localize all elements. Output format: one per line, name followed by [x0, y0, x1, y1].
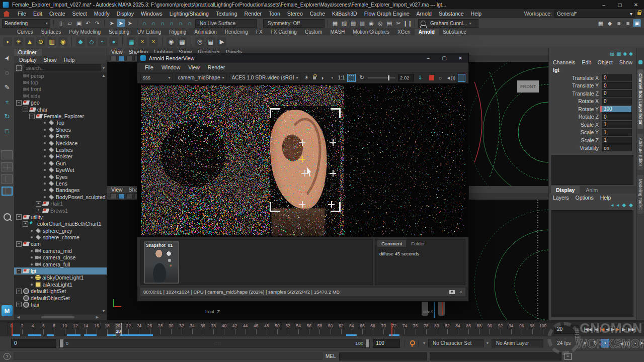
scrollbar-thumb[interactable] — [41, 316, 74, 318]
new-scene-icon[interactable]: ▯ — [57, 19, 65, 27]
close-button[interactable]: ✕ — [628, 0, 644, 9]
side-tab-channel-box-layer-editor[interactable]: Channel Box / Layer Editor — [637, 69, 643, 129]
expand-minus-icon[interactable]: − — [16, 100, 22, 106]
layer-menu-help[interactable]: Help — [600, 195, 611, 201]
playback-loop-icon[interactable]: ↻ — [593, 340, 598, 346]
exposure-value[interactable]: 2.02 — [398, 74, 414, 81]
arnold-denoiser-icon[interactable]: ▦ — [178, 37, 187, 46]
channel-value[interactable]: 0 — [602, 113, 632, 120]
range-start-handle[interactable] — [60, 339, 63, 347]
menu-substance[interactable]: Substance — [435, 11, 467, 17]
outliner-item-cam[interactable]: −cam — [14, 241, 107, 247]
command-language-toggle[interactable]: MEL — [326, 353, 336, 359]
menu-select[interactable]: Select — [69, 11, 91, 17]
select-component-icon[interactable]: ➤ — [126, 19, 134, 27]
camera-dropdown[interactable]: camera_midShape▾ — [176, 73, 227, 82]
outliner-item-aiarealight1[interactable]: aiAreaLight1 — [14, 281, 107, 288]
crop-corner-icon[interactable] — [270, 202, 280, 212]
layer-menu-layers[interactable]: Layers — [553, 195, 569, 201]
viewport-toolbar-icon[interactable] — [118, 56, 125, 61]
scroll-up-icon[interactable]: ▲ — [102, 73, 106, 78]
arnold-volume-icon[interactable]: ● — [109, 37, 118, 46]
viewport-toolbar-icon[interactable] — [126, 56, 133, 61]
outliner-item-camera-mid[interactable]: camera_mid — [14, 247, 107, 254]
shelf-tab-curves[interactable]: Curves — [13, 29, 37, 35]
outliner-item-female-explorer[interactable]: −Female_Explorer — [14, 113, 107, 119]
channel-display-toggle-icon[interactable]: ▤ — [610, 51, 614, 56]
anim-layer-dropdown[interactable]: No Anim Layer — [492, 339, 544, 347]
channelbox-menu-object[interactable]: Object — [597, 59, 612, 65]
lock-icon[interactable] — [313, 76, 316, 79]
move-tool-icon[interactable]: + — [5, 98, 9, 106]
hypershade-icon[interactable]: ▨ — [340, 19, 348, 27]
shelf-tab-motion-graphics[interactable]: Motion Graphics — [349, 29, 393, 35]
outliner-item-gun[interactable]: Gun — [14, 160, 107, 166]
light-editor-icon[interactable]: ▧ — [349, 19, 357, 27]
render-sequence-icon[interactable]: ▤ — [385, 19, 393, 27]
cut-icon[interactable]: ✂ — [394, 19, 403, 27]
outliner-item-necklace[interactable]: Necklace — [14, 140, 107, 146]
renderview-menu-window[interactable]: Window — [158, 64, 184, 70]
outliner-menu-display[interactable]: Display — [19, 57, 36, 63]
arnold-photometric-light-icon[interactable]: ⊕ — [36, 37, 45, 46]
outliner-item-eyes[interactable]: Eyes — [14, 173, 107, 180]
outliner-item-geo[interactable]: −geo — [14, 100, 107, 106]
go-to-start-button[interactable]: |◀◀ — [583, 327, 593, 332]
scroll-down-icon[interactable]: ▼ — [102, 309, 106, 313]
outliner-item-eyewet[interactable]: EyeWet — [14, 166, 107, 173]
outliner-item-camera-close[interactable]: camera_close — [14, 254, 107, 261]
render-settings-icon[interactable]: ▦ — [331, 19, 339, 27]
layout-outliner-persp-button[interactable] — [2, 187, 13, 196]
channelbox-menu-channels[interactable]: Channels — [553, 59, 575, 65]
viewport-toolbar-icon[interactable] — [110, 194, 117, 199]
animation-start-field[interactable]: 0 — [11, 339, 56, 348]
current-frame-marker[interactable]: 20 — [115, 323, 122, 336]
renderview-menu-render[interactable]: Render — [204, 64, 228, 70]
shelf-tab-surfaces[interactable]: Surfaces — [37, 29, 65, 35]
menu-set-dropdown[interactable]: Rendering▾ — [2, 19, 50, 28]
outliner-item-sphere-chrome[interactable]: sphere_chrome — [14, 234, 107, 240]
expand-plus-icon[interactable]: + — [36, 208, 41, 213]
play-backwards-button[interactable]: ◀ — [605, 327, 610, 332]
menu-arnold[interactable]: Arnold — [413, 11, 435, 17]
outliner-item-defaultlightset[interactable]: +defaultLightSet — [14, 288, 107, 295]
range-end-handle[interactable] — [366, 339, 369, 347]
symmetry-field[interactable]: Symmetry: Off — [263, 19, 325, 28]
new-empty-layer-icon[interactable]: ◆ — [622, 202, 626, 208]
chevron-down-icon[interactable]: ▾ — [423, 341, 425, 345]
menu-windows[interactable]: Windows — [137, 11, 166, 17]
snap-curve-icon[interactable]: ∩ — [149, 19, 157, 27]
arnold-light-mixer-icon[interactable]: × — [138, 37, 147, 46]
channel-manipulator-icon[interactable]: ◆ — [623, 51, 627, 56]
channel-display-icon[interactable]: ◑ — [318, 74, 326, 81]
redo-icon[interactable]: ↷ — [93, 19, 101, 27]
snap-projected-center-icon[interactable]: ∩ — [168, 19, 176, 27]
paint-selection-tool-icon[interactable]: ✎ — [5, 83, 10, 91]
collapse-icon[interactable]: ˄ — [460, 290, 462, 295]
shelf-tab-rigging[interactable]: Rigging — [165, 29, 190, 35]
menu-help[interactable]: Help — [467, 11, 486, 17]
pause-icon[interactable]: ❙❙ — [404, 19, 412, 27]
layout-four-pane-button[interactable] — [2, 162, 13, 171]
animation-end-field[interactable]: 100 — [373, 339, 400, 348]
outliner-item-top[interactable]: top — [14, 79, 107, 85]
lasso-tool-icon[interactable]: ◌ — [5, 69, 9, 76]
outliner-item-hair1[interactable]: +Hair1 — [14, 200, 107, 207]
arnold-render-region-icon[interactable]: ◉ — [167, 37, 176, 46]
outliner-menu-help[interactable]: Help — [64, 57, 75, 63]
arnold-bake-icon[interactable]: × — [149, 37, 158, 46]
shelf-tab-sculpting[interactable]: Sculpting — [105, 29, 133, 35]
save-image-icon[interactable]: ⇓ — [417, 74, 424, 81]
crop-corner-icon[interactable] — [331, 108, 341, 118]
user-account-dropdown[interactable]: Graham Cunni... ▾ — [418, 19, 478, 28]
renderview-titlebar[interactable]: Arnold RenderView – ▢ ✕ — [137, 53, 468, 63]
snap-point-icon[interactable]: ∩ — [158, 19, 167, 27]
renderview-maximize-button[interactable]: ▢ — [436, 54, 452, 63]
shelf-tab-substance[interactable]: Substance — [439, 29, 470, 35]
channel-value[interactable]: 0 — [602, 98, 632, 105]
menu-stereo[interactable]: Stereo — [284, 11, 306, 17]
side-tab-attribute-editor[interactable]: Attribute Editor — [637, 134, 643, 170]
filter-icon[interactable] — [16, 65, 22, 71]
modeling-toolkit-icon[interactable]: ▣ — [633, 19, 641, 27]
step-forward-frame-button[interactable]: ▶| — [621, 327, 627, 332]
